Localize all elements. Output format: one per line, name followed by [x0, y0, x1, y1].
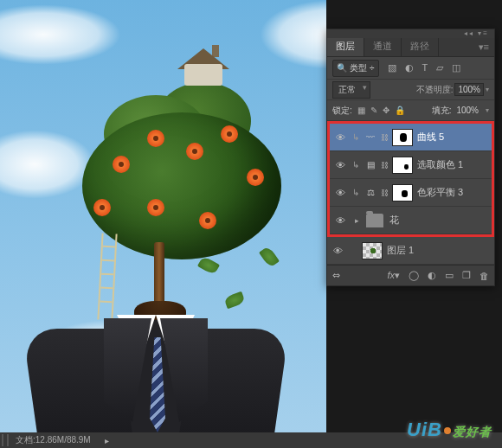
opacity-value[interactable]: 100% [454, 83, 484, 96]
layer-name[interactable]: 选取颜色 1 [417, 158, 463, 171]
filter-smart-icon[interactable]: ◫ [452, 62, 460, 74]
chevron-down-icon[interactable]: ▾ [486, 106, 489, 114]
visibility-toggle-icon[interactable]: 👁 [331, 246, 344, 256]
new-layer-icon[interactable]: ❐ [462, 270, 471, 281]
search-icon: 🔍 [337, 63, 347, 73]
new-adjustment-icon[interactable]: ◐ [428, 270, 436, 281]
delete-layer-icon[interactable]: 🗑 [479, 271, 489, 281]
fill-label: 填充: [432, 105, 452, 117]
canvas-area[interactable] [0, 0, 326, 432]
layer-mask-thumb[interactable] [392, 129, 413, 146]
opacity-label: 不透明度: [416, 84, 454, 96]
link-icon: ⛓ [381, 189, 388, 197]
blend-row: 正常 不透明度: 100% ▾ [327, 80, 494, 100]
lock-label: 锁定: [332, 105, 352, 117]
clipping-indicator-icon: ↳ [351, 160, 360, 170]
tab-channels[interactable]: 通道 [364, 36, 402, 56]
visibility-toggle-icon[interactable]: 👁 [333, 132, 347, 143]
blend-mode-dropdown[interactable]: 正常 [332, 81, 370, 99]
flower [93, 199, 111, 216]
status-grip-icon [2, 434, 9, 446]
lock-row: 锁定: ▦ ✎ ✥ 🔒 填充: 100% ▾ [327, 100, 494, 121]
layer-group-row[interactable]: 👁 ▸ 花 [330, 207, 492, 234]
panel-menu-icon[interactable]: ▾≡ [473, 38, 494, 56]
layers-panel: ◂◂ ▾≡ 图层 通道 路径 ▾≡ 🔍 类型 ÷ ▧ ◐ T ▱ ◫ 正常 不透… [326, 29, 495, 286]
tab-paths[interactable]: 路径 [402, 36, 439, 56]
cloud [0, 4, 121, 65]
layer-row[interactable]: 👁 ↳ ⚖ ⛓ 色彩平衡 3 [330, 179, 492, 207]
visibility-toggle-icon[interactable]: 👁 [333, 160, 347, 170]
fill-value[interactable]: 100% [456, 106, 479, 115]
folder-collapse-icon[interactable]: ▸ [351, 216, 362, 225]
layers-below: 👁 图层 1 [327, 237, 494, 265]
flower [186, 143, 203, 160]
layer-row[interactable]: 👁 ↳ ▤ ⛓ 选取颜色 1 [330, 151, 492, 179]
folder-icon [366, 214, 383, 227]
highlighted-layers-group: 👁 ↳ 〰 ⛓ 曲线 5 👁 ↳ ▤ ⛓ 选取颜色 1 👁 ↳ ⚖ ⛓ 色彩平衡… [327, 121, 494, 237]
color-balance-adjust-icon: ⚖ [364, 187, 376, 199]
filter-kind-label: 类型 [350, 62, 367, 74]
lock-pixels-icon[interactable]: ✎ [370, 106, 377, 115]
link-layers-icon[interactable]: ⇔ [332, 270, 340, 281]
filter-adjust-icon[interactable]: ◐ [405, 62, 414, 74]
layer-fx-icon[interactable]: fx▾ [387, 270, 400, 281]
filter-type-icon[interactable]: T [422, 62, 428, 74]
falling-leaf [197, 255, 220, 275]
flower [147, 199, 164, 216]
add-mask-icon[interactable]: ◯ [409, 270, 419, 281]
falling-leaf [223, 291, 245, 310]
status-bar: 文档:12.86M/88.9M ▸ [0, 432, 502, 448]
filter-shape-icon[interactable]: ▱ [436, 62, 443, 74]
flower [247, 169, 264, 186]
layer-name[interactable]: 色彩平衡 3 [417, 186, 463, 199]
layer-filter-row: 🔍 类型 ÷ ▧ ◐ T ▱ ◫ [327, 57, 494, 80]
clipping-indicator-icon: ↳ [351, 188, 360, 197]
filter-kind-dropdown[interactable]: 🔍 类型 ÷ [332, 60, 379, 77]
lock-position-icon[interactable]: ✥ [383, 106, 389, 115]
curves-adjust-icon: 〰 [364, 131, 376, 144]
flower [221, 125, 238, 143]
new-group-icon[interactable]: ▭ [445, 270, 454, 281]
flower [113, 156, 130, 173]
layer-mask-thumb[interactable] [392, 157, 413, 174]
layer-name[interactable]: 曲线 5 [417, 131, 444, 144]
status-menu-icon[interactable]: ▸ [98, 436, 116, 445]
panel-tabs: 图层 通道 路径 ▾≡ [327, 38, 494, 57]
layer-mask-thumb[interactable] [392, 184, 413, 202]
document-info: 文档:12.86M/88.9M [9, 434, 98, 446]
falling-leaf [259, 246, 280, 268]
tree-house [177, 48, 229, 83]
panel-collapse-icon[interactable]: ◂◂ ▾≡ [464, 29, 489, 37]
cloud [0, 130, 95, 199]
filter-pixel-icon[interactable]: ▧ [388, 62, 396, 74]
panel-titlebar[interactable]: ◂◂ ▾≡ [327, 29, 494, 38]
flower [147, 130, 164, 147]
link-icon: ⛓ [381, 133, 388, 142]
tab-layers[interactable]: 图层 [327, 36, 364, 56]
visibility-toggle-icon[interactable]: 👁 [333, 188, 347, 198]
layer-name[interactable]: 图层 1 [387, 244, 414, 257]
flower [199, 212, 216, 229]
ladder [97, 234, 117, 321]
visibility-toggle-icon[interactable]: 👁 [333, 215, 347, 226]
lock-all-icon[interactable]: 🔒 [395, 106, 405, 115]
selective-color-adjust-icon: ▤ [364, 159, 376, 171]
clipping-indicator-icon: ↳ [351, 132, 360, 142]
layer-group-name[interactable]: 花 [389, 214, 399, 227]
layer-row[interactable]: 👁 图层 1 [327, 237, 494, 265]
suit-figure [30, 311, 281, 432]
layer-thumb[interactable] [362, 242, 383, 259]
panel-footer: ⇔ fx▾ ◯ ◐ ▭ ❐ 🗑 [327, 265, 494, 285]
lock-transparency-icon[interactable]: ▦ [357, 106, 365, 115]
layer-row[interactable]: 👁 ↳ 〰 ⛓ 曲线 5 [330, 124, 492, 151]
chevron-down-icon[interactable]: ▾ [486, 86, 489, 93]
chevron-down-icon: ÷ [370, 63, 375, 73]
link-icon: ⛓ [381, 161, 388, 170]
cloud [260, 0, 326, 69]
